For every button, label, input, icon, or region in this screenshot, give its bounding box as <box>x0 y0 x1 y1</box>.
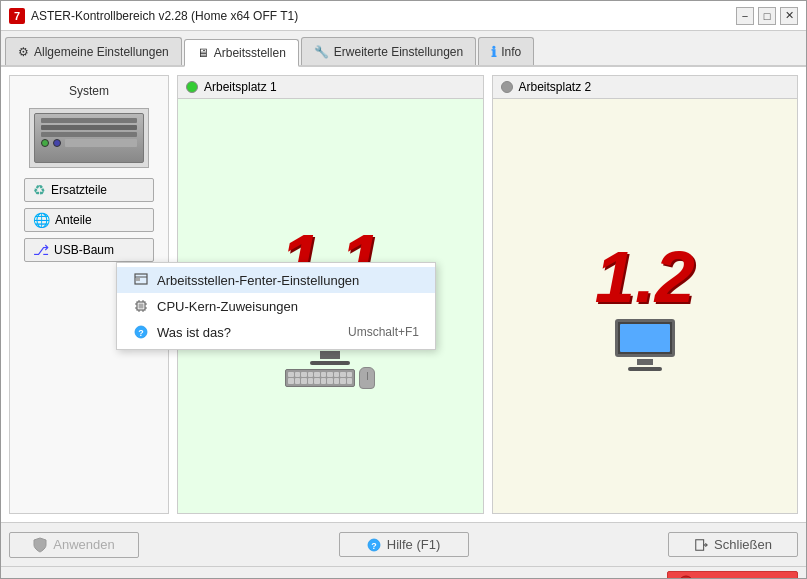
footer-bar: Installations-ID: 101efc1c-7d6c-462b-807… <box>1 566 806 579</box>
help-icon: ? <box>367 538 381 552</box>
system-panel-title: System <box>69 84 109 98</box>
tab-advanced-label: Erweiterte Einstellungen <box>334 45 463 59</box>
keyboard1 <box>285 369 355 387</box>
close-button[interactable]: Schließen <box>668 532 798 557</box>
support-button-label: Support-Anfrage <box>699 576 787 580</box>
context-item-window-settings[interactable]: Arbeitsstellen-Fenter-Einstellungen <box>117 267 435 293</box>
tab-general[interactable]: ⚙ Allgemeine Einstellungen <box>5 37 182 65</box>
usb-tree-button[interactable]: ⎇ USB-Baum <box>24 238 154 262</box>
spare-parts-button[interactable]: ♻ Ersatzteile <box>24 178 154 202</box>
wrench-icon: 🔧 <box>314 45 329 59</box>
context-item-cpu-assign[interactable]: CPU-Kern-Zuweisungen <box>117 293 435 319</box>
main-content: System ♻ Ersatzteile <box>1 67 806 522</box>
tab-info-label: Info <box>501 45 521 59</box>
svg-point-19 <box>679 576 693 580</box>
recycle-icon: ♻ <box>33 182 46 198</box>
monitor1-base <box>310 361 350 365</box>
globe-icon: 🌐 <box>33 212 50 228</box>
support-button[interactable]: SOS Support-Anfrage <box>667 571 798 580</box>
tab-workstations[interactable]: 🖥 Arbeitsstellen <box>184 39 299 67</box>
tab-advanced[interactable]: 🔧 Erweiterte Einstellungen <box>301 37 476 65</box>
monitor2-base <box>628 367 662 371</box>
help-button-label: Hilfe (F1) <box>387 537 440 552</box>
tab-workstations-label: Arbeitsstellen <box>214 46 286 60</box>
usb-icon: ⎇ <box>33 242 49 258</box>
svg-text:?: ? <box>138 328 144 338</box>
workspace2-number: 1.2 <box>595 241 695 313</box>
close-button-label: Schließen <box>714 537 772 552</box>
mouse1-line <box>367 372 368 380</box>
context-item-what-is-this-label: Was ist das? <box>157 325 340 340</box>
app-title: ASTER-Kontrollbereich v2.28 (Home x64 OF… <box>31 9 298 23</box>
monitor-icon: 🖥 <box>197 46 209 60</box>
apply-button-label: Anwenden <box>53 537 114 552</box>
svg-rect-2 <box>136 278 140 281</box>
monitor2-screen <box>620 324 670 352</box>
monitor2 <box>615 319 675 357</box>
maximize-button[interactable]: □ <box>758 7 776 25</box>
monitor2-stand <box>637 359 653 365</box>
context-item-cpu-assign-label: CPU-Kern-Zuweisungen <box>157 299 419 314</box>
minimize-button[interactable]: − <box>736 7 754 25</box>
server-image <box>29 108 149 168</box>
info-circle-icon: ℹ <box>491 44 496 60</box>
tab-general-label: Allgemeine Einstellungen <box>34 45 169 59</box>
bottom-bar: Anwenden ? Hilfe (F1) Schließen <box>1 522 806 566</box>
title-bar: 7 ASTER-Kontrollbereich v2.28 (Home x64 … <box>1 1 806 31</box>
context-menu: Arbeitsstellen-Fenter-Einstellungen CPU-… <box>116 262 436 350</box>
context-item-what-is-this-shortcut: Umschalt+F1 <box>348 325 419 339</box>
close-door-icon <box>694 538 708 552</box>
install-id-container: Installations-ID: 101efc1c-7d6c-462b-807… <box>9 575 333 579</box>
components-label: Anteile <box>55 213 92 227</box>
question-icon: ? <box>133 324 149 340</box>
tab-bar: ⚙ Allgemeine Einstellungen 🖥 Arbeitsstel… <box>1 31 806 67</box>
shield-apply-icon <box>33 537 47 553</box>
window-settings-icon <box>133 272 149 288</box>
gear-icon: ⚙ <box>18 45 29 59</box>
workspace1-status-dot <box>186 81 198 93</box>
usb-tree-label: USB-Baum <box>54 243 114 257</box>
workspace1-header: Arbeitsplatz 1 <box>178 76 483 99</box>
workspace2-header: Arbeitsplatz 2 <box>493 76 798 99</box>
spare-parts-label: Ersatzteile <box>51 183 107 197</box>
monitor1-stand <box>320 351 340 359</box>
workspace2-title: Arbeitsplatz 2 <box>519 80 592 94</box>
workspace2-content: 1.2 <box>493 99 798 513</box>
workspace1-title: Arbeitsplatz 1 <box>204 80 277 94</box>
sos-icon: SOS <box>678 575 694 580</box>
close-window-button[interactable]: ✕ <box>780 7 798 25</box>
title-controls: − □ ✕ <box>736 7 798 25</box>
context-item-what-is-this[interactable]: ? Was ist das? Umschalt+F1 <box>117 319 435 345</box>
components-button[interactable]: 🌐 Anteile <box>24 208 154 232</box>
svg-rect-4 <box>139 304 144 309</box>
mouse1 <box>359 367 375 389</box>
tab-info[interactable]: ℹ Info <box>478 37 534 65</box>
title-bar-left: 7 ASTER-Kontrollbereich v2.28 (Home x64 … <box>9 8 298 24</box>
workspace2-panel[interactable]: Arbeitsplatz 2 1.2 <box>492 75 799 514</box>
help-button[interactable]: ? Hilfe (F1) <box>339 532 469 557</box>
cpu-icon <box>133 298 149 314</box>
workspace2-computer <box>615 319 675 371</box>
workspace2-status-dot <box>501 81 513 93</box>
app-icon: 7 <box>9 8 25 24</box>
svg-text:?: ? <box>371 541 377 551</box>
apply-button[interactable]: Anwenden <box>9 532 139 558</box>
svg-rect-17 <box>696 539 704 550</box>
context-item-window-settings-label: Arbeitsstellen-Fenter-Einstellungen <box>157 273 419 288</box>
keyboard-mouse-row1 <box>285 367 375 389</box>
